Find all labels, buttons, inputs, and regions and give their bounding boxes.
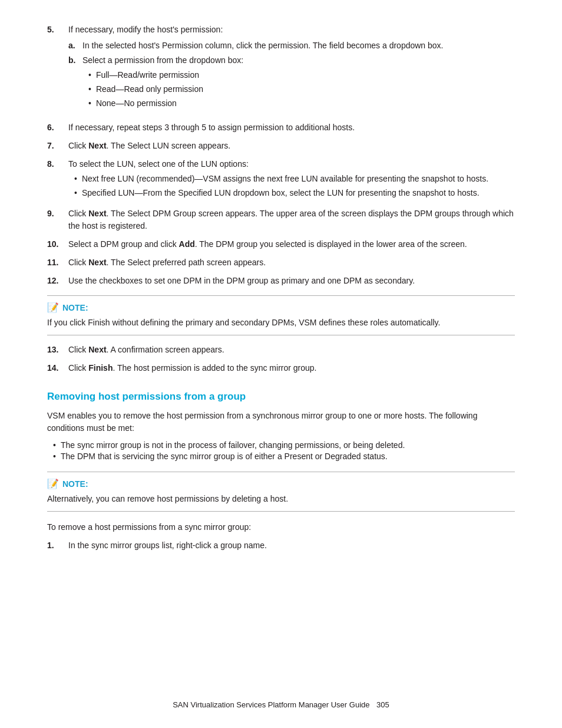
note-1-text: If you click Finish without defining the… (47, 317, 515, 329)
step-5b: b. Select a permission from the dropdown… (68, 54, 515, 112)
step-10: 10. Select a DPM group and click Add. Th… (47, 238, 515, 251)
section-intro: VSM enables you to remove the host permi… (47, 410, 515, 434)
step-8-num: 8. (47, 158, 68, 202)
step-5-sub-list: a. In the selected host's Permission col… (68, 39, 515, 112)
step-5b-text: Select a permission from the dropdown bo… (82, 55, 243, 65)
step-5a-text: In the selected host's Permission column… (82, 39, 515, 52)
step-6: 6. If necessary, repeat steps 3 through … (47, 121, 515, 134)
step-13-content: Click Next. A confirmation screen appear… (68, 344, 515, 356)
note-box-2: 📝 NOTE: Alternatively, you can remove ho… (47, 472, 515, 512)
removal-intro: To remove a host permissions from a sync… (47, 521, 515, 533)
condition-1: The sync mirror group is not in the proc… (47, 440, 515, 450)
bullet-next-free-lun: Next free LUN (recommended)—VSM assigns … (68, 173, 515, 185)
note-icon-1: 📝 (47, 302, 59, 313)
step-5-text: If necessary, modify the host's permissi… (68, 25, 223, 34)
removal-step-1-content: In the sync mirror groups list, right-cl… (68, 539, 515, 552)
note-2-header: 📝 NOTE: (47, 478, 515, 489)
bullet-specified-lun: Specified LUN—From the Specified LUN dro… (68, 187, 515, 199)
step-12-num: 12. (47, 275, 68, 287)
step-12-text: Use the checkboxes to set one DPM in the… (68, 276, 415, 285)
step-12: 12. Use the checkboxes to set one DPM in… (47, 275, 515, 287)
removal-step-1-num: 1. (47, 539, 68, 552)
step-14-content: Click Finish. The host permission is add… (68, 362, 515, 374)
step-10-content: Select a DPM group and click Add. The DP… (68, 238, 515, 251)
step-13-num: 13. (47, 344, 68, 356)
note-box-1: 📝 NOTE: If you click Finish without defi… (47, 295, 515, 335)
step-8-content: To select the LUN, select one of the LUN… (68, 158, 515, 202)
step-10-num: 10. (47, 238, 68, 251)
step-7: 7. Click Next. The Select LUN screen app… (47, 140, 515, 152)
step-6-content: If necessary, repeat steps 3 through 5 t… (68, 121, 515, 134)
removal-steps-list: 1. In the sync mirror groups list, right… (47, 539, 515, 552)
step-5-num: 5. (47, 24, 68, 116)
note-1-label: NOTE: (62, 303, 88, 312)
condition-2: The DPM that is servicing the sync mirro… (47, 452, 515, 461)
step-5b-content: Select a permission from the dropdown bo… (82, 54, 515, 112)
footer-page-number: 305 (376, 700, 389, 709)
step-9-content: Click Next. The Select DPM Group screen … (68, 207, 515, 232)
step-5b-label: b. (68, 54, 82, 112)
step-5: 5. If necessary, modify the host's permi… (47, 24, 515, 116)
step-11-num: 11. (47, 256, 68, 269)
step-9-num: 9. (47, 207, 68, 232)
step-14: 14. Click Finish. The host permission is… (47, 362, 515, 374)
step-7-content: Click Next. The Select LUN screen appear… (68, 140, 515, 152)
step-5a: a. In the selected host's Permission col… (68, 39, 515, 52)
step-5b-bullets: Full—Read/write permission Read—Read onl… (82, 69, 515, 110)
continued-steps-list: 13. Click Next. A confirmation screen ap… (47, 344, 515, 374)
step-11-content: Click Next. The Select preferred path sc… (68, 256, 515, 269)
step-6-text: If necessary, repeat steps 3 through 5 t… (68, 123, 355, 132)
step-8-bullets: Next free LUN (recommended)—VSM assigns … (68, 173, 515, 199)
note-2-label: NOTE: (62, 479, 88, 489)
note-icon-2: 📝 (47, 478, 59, 489)
note-1-header: 📝 NOTE: (47, 302, 515, 313)
step-5-content: If necessary, modify the host's permissi… (68, 24, 515, 116)
removal-step-1: 1. In the sync mirror groups list, right… (47, 539, 515, 552)
bullet-full: Full—Read/write permission (82, 69, 515, 81)
step-9: 9. Click Next. The Select DPM Group scre… (47, 207, 515, 232)
bullet-none: None—No permission (82, 97, 515, 110)
page: 5. If necessary, modify the host's permi… (0, 0, 562, 728)
step-11: 11. Click Next. The Select preferred pat… (47, 256, 515, 269)
footer-title: SAN Virtualization Services Platform Man… (173, 700, 369, 709)
bullet-read: Read—Read only permission (82, 83, 515, 95)
step-13: 13. Click Next. A confirmation screen ap… (47, 344, 515, 356)
step-5a-label: a. (68, 39, 82, 52)
page-footer: SAN Virtualization Services Platform Man… (0, 700, 562, 709)
step-6-num: 6. (47, 121, 68, 134)
main-steps-list: 5. If necessary, modify the host's permi… (47, 24, 515, 287)
section-heading: Removing host permissions from a group (47, 391, 515, 403)
note-2-text: Alternatively, you can remove host permi… (47, 493, 515, 505)
conditions-list: The sync mirror group is not in the proc… (47, 440, 515, 461)
step-8: 8. To select the LUN, select one of the … (47, 158, 515, 202)
step-8-text: To select the LUN, select one of the LUN… (68, 159, 249, 169)
step-7-num: 7. (47, 140, 68, 152)
step-14-num: 14. (47, 362, 68, 374)
step-12-content: Use the checkboxes to set one DPM in the… (68, 275, 515, 287)
